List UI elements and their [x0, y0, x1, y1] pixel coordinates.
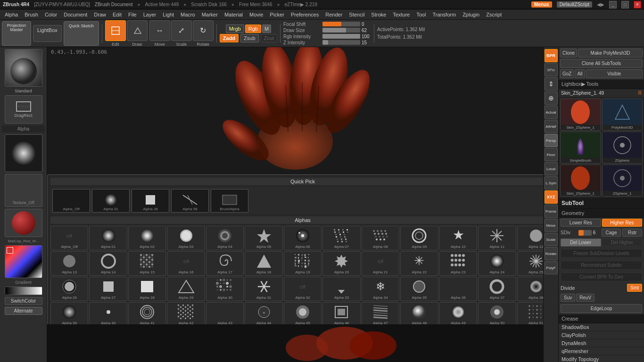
geometry-header[interactable]: Geometry — [559, 209, 644, 218]
qremesher-button[interactable]: qRemesher — [559, 347, 644, 355]
alpha-cell-7[interactable]: Alpha 07 — [322, 226, 360, 250]
menu-brush[interactable]: Brush — [22, 11, 41, 18]
menu-texture[interactable]: Texture — [390, 11, 413, 18]
floor-button[interactable]: Floor — [545, 148, 558, 161]
scale-canvas-button[interactable]: Scale — [545, 233, 558, 246]
minimize-btn[interactable]: ◀▶ — [597, 2, 604, 7]
persp-button[interactable]: Persp — [545, 134, 558, 147]
color-swatch[interactable] — [5, 245, 42, 278]
alpha-cell-42[interactable]: Alpha 42 — [167, 302, 205, 327]
alpha-cell-44[interactable]: ●Alpha 44 — [245, 302, 282, 327]
xyz-button[interactable]: XYZ — [545, 190, 558, 204]
make-polymesh3d-button[interactable]: Make PolyMesh3D — [578, 49, 643, 58]
menu-zscript[interactable]: Zscript — [483, 11, 504, 18]
alpha-cell-50[interactable]: Alpha 50 — [478, 302, 516, 327]
claypolish-button[interactable]: ClayPolish — [559, 331, 644, 339]
menu-edit[interactable]: Edit — [110, 11, 124, 18]
alpha-cell-9[interactable]: Alpha 09 — [400, 226, 438, 250]
drag-rect-button[interactable]: DragRect — [5, 95, 42, 123]
thumb-polymesh3d[interactable]: PolyMesh3D — [602, 99, 643, 131]
alpha-cell-46[interactable]: Alpha 46 — [322, 302, 360, 327]
alpha-cell-40[interactable]: Alpha 40 — [89, 302, 127, 327]
alpha-thumb-button[interactable] — [5, 134, 42, 172]
rotate-canvas-button[interactable]: Rotate — [545, 247, 558, 260]
actual-button[interactable]: Actual — [545, 106, 558, 119]
alpha-cell-29[interactable]: Alpha 29 — [167, 277, 205, 301]
menu-file[interactable]: File — [125, 11, 140, 18]
quick-sketch-button[interactable]: Quick Sketch — [64, 21, 99, 46]
alpha-cell-39[interactable]: Alpha 39 — [50, 302, 88, 327]
all-button[interactable]: All — [575, 69, 585, 78]
alpha-cell-3[interactable]: Alpha 03 — [167, 226, 205, 250]
alpha-cell-0[interactable]: OffAlpha_Off — [50, 226, 88, 250]
draw-button[interactable] — [127, 20, 148, 41]
zsub-button[interactable]: Zsub — [240, 34, 258, 42]
alpha-cell-48[interactable]: Alpha 48 — [400, 302, 438, 327]
sdiv-slider[interactable] — [578, 230, 592, 236]
alpha-cell-36[interactable]: ·Alpha 36 — [439, 277, 477, 301]
alpha-cell-32[interactable]: OffAlpha 32 — [284, 277, 322, 301]
alpha-cell-45[interactable]: Alpha 45 — [284, 302, 322, 327]
edgeloop-button[interactable]: EdgeLoop — [561, 304, 642, 313]
convert-bpr-button[interactable]: Convert BPR To Geo — [561, 272, 642, 281]
local-button[interactable]: Local — [545, 162, 558, 175]
texture-off-button[interactable]: Texture_Off — [5, 174, 42, 207]
menu-picker[interactable]: Picker — [267, 11, 287, 18]
del-higher-button[interactable]: Del Higher — [602, 239, 643, 247]
reconstruct-subdiv-button[interactable]: Reconstruct Subdiv — [561, 261, 642, 270]
menu-color[interactable]: Color — [42, 11, 60, 18]
dynamesh-button[interactable]: DynaMesh — [559, 339, 644, 347]
alpha-cell-13[interactable]: Alpha 13 — [50, 251, 88, 276]
rgb-intensity-slider[interactable] — [322, 34, 360, 39]
move-button[interactable]: ↔ — [149, 20, 170, 41]
frame-button[interactable]: Frame — [545, 205, 558, 218]
draw-size-slider[interactable] — [322, 28, 360, 33]
reuv-button[interactable]: ReuV — [576, 294, 594, 302]
alpha-cell-15[interactable]: Alpha 15 — [128, 251, 166, 276]
alpha-cell-6[interactable]: Alpha 06 — [284, 226, 322, 250]
menu-material[interactable]: Material — [222, 11, 246, 18]
alpha-cell-49[interactable]: Alpha 49 — [439, 302, 477, 327]
switch-color-button[interactable]: SwitchColor — [5, 297, 42, 305]
spix-button[interactable]: SPix — [545, 63, 558, 76]
win-maximize[interactable]: □ — [621, 1, 629, 8]
menu-movie[interactable]: Movie — [247, 11, 266, 18]
menu-macro[interactable]: Macro — [178, 11, 198, 18]
alpha-cell-20[interactable]: Alpha 20 — [322, 251, 360, 276]
gradient-bar[interactable] — [5, 287, 42, 295]
thumb-zsphere[interactable]: ZSphere — [602, 132, 643, 164]
quick-alpha-28[interactable]: Alpha 28 — [132, 189, 169, 213]
zadd-button[interactable]: Zadd — [220, 34, 239, 42]
menu-stencil[interactable]: Stencil — [346, 11, 367, 18]
lightbox-button[interactable]: LightBox — [33, 25, 62, 42]
alpha-cell-37[interactable]: Alpha 37 — [478, 277, 516, 301]
menu-render[interactable]: Render — [322, 11, 345, 18]
win-close[interactable]: × — [634, 1, 641, 8]
bpr-button[interactable]: BPR — [545, 49, 558, 62]
focal-shift-slider[interactable] — [322, 22, 360, 26]
alpha-cell-11[interactable]: Alpha 11 — [478, 226, 516, 250]
alpha-cell-21[interactable]: OffAlpha 21 — [362, 251, 399, 276]
suv-button[interactable]: Suv — [561, 294, 575, 302]
crease-header[interactable]: Crease — [559, 314, 644, 323]
del-lower-button[interactable]: Del Lower — [561, 239, 601, 247]
alpha-cell-31[interactable]: Alpha 31 — [245, 277, 282, 301]
alpha-cell-22[interactable]: ✳Alpha 22 — [400, 251, 438, 276]
alpha-cell-14[interactable]: Alpha 14 — [89, 251, 127, 276]
move-canvas-button[interactable]: Move — [545, 219, 558, 232]
scroll-button[interactable]: ⇕ — [545, 77, 558, 90]
menus-btn[interactable]: Menus — [531, 1, 552, 8]
brush-preview[interactable] — [5, 49, 42, 87]
quick-alpha-01[interactable]: Alpha 01 — [92, 189, 130, 213]
rotate-button[interactable]: ↻ — [193, 20, 214, 41]
mrgb-button[interactable]: Mrgb — [226, 25, 244, 33]
aahalf-button[interactable]: AAHalf — [545, 120, 558, 133]
alpha-cell-30[interactable]: Alpha 30 — [206, 277, 244, 301]
alpha-cell-17[interactable]: Alpha 17 — [206, 251, 244, 276]
modify-topology-button[interactable]: Modify Topology — [559, 355, 644, 362]
alpha-cell-19[interactable]: Alpha 19 — [284, 251, 322, 276]
alpha-cell-23[interactable]: Alpha 23 — [439, 251, 477, 276]
alpha-cell-24[interactable]: Alpha 24 — [478, 251, 516, 276]
alpha-cell-18[interactable]: Alpha 18 — [245, 251, 282, 276]
alpha-cell-5[interactable]: Alpha 05 — [245, 226, 282, 250]
